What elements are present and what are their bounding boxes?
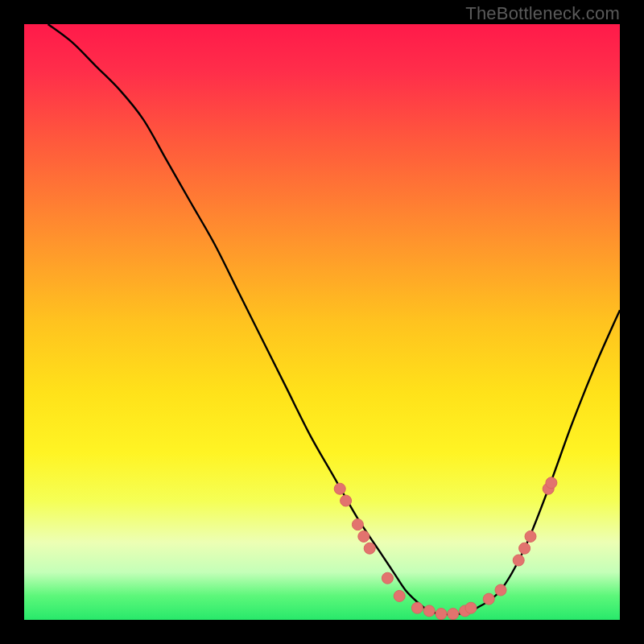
data-point [364, 543, 375, 554]
watermark-text: TheBottleneck.com [465, 3, 620, 24]
data-point [382, 572, 393, 584]
data-point [436, 609, 447, 620]
bottleneck-curve [48, 24, 620, 614]
data-point [411, 602, 423, 613]
data-point [546, 477, 557, 489]
data-point [341, 495, 352, 506]
data-point [513, 555, 524, 566]
data-markers [334, 477, 557, 620]
data-point [525, 530, 536, 542]
data-point [352, 519, 363, 530]
chart-container: TheBottleneck.com [0, 0, 644, 644]
data-point [394, 590, 405, 601]
data-point [483, 593, 494, 605]
data-point [423, 605, 435, 617]
chart-svg [24, 24, 620, 620]
data-point [334, 483, 345, 494]
data-point [448, 609, 459, 620]
data-point [519, 543, 530, 554]
data-point [465, 602, 477, 613]
data-point [358, 530, 369, 542]
plot-area [24, 24, 620, 620]
data-point [495, 584, 506, 596]
